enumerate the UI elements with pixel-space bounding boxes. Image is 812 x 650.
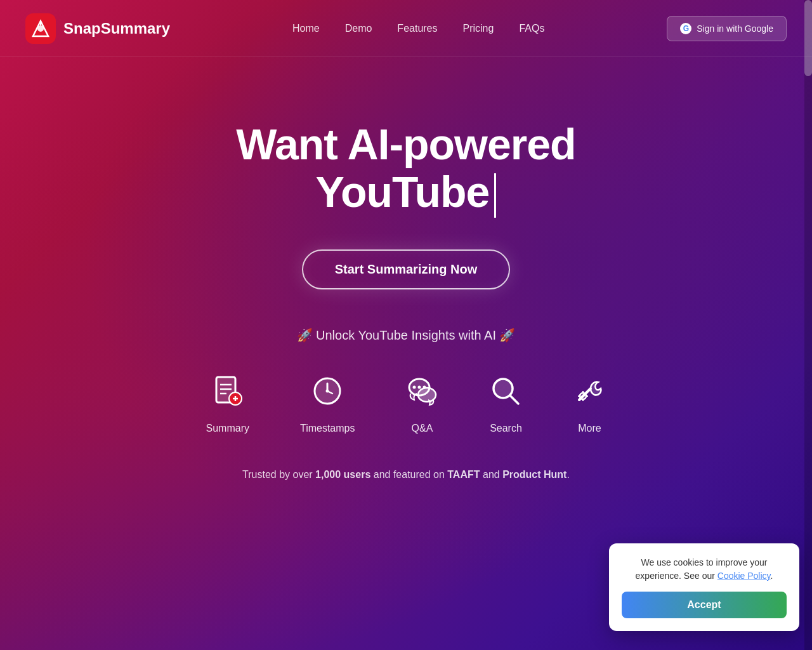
nav-links: Home Demo Features Pricing FAQs [292,23,544,34]
svg-point-16 [418,385,421,388]
svg-point-21 [580,393,586,399]
hero-title: Want AI-powered YouTube [121,121,691,218]
cursor-line [494,173,496,218]
cookie-banner: We use cookies to improve your experienc… [609,543,799,631]
trust-text: Trusted by over 1,000 users and featured… [242,469,570,481]
features-row: Summary Timestamps [206,375,606,434]
more-label: More [578,423,601,434]
scrollbar-thumb[interactable] [804,0,812,76]
navbar: SnapSummary Home Demo Features Pricing F… [0,0,812,57]
search-icon [489,375,522,413]
feature-timestamps: Timestamps [300,375,355,434]
more-icon [573,375,606,413]
svg-point-18 [413,385,416,388]
cookie-accept-button[interactable]: Accept [622,592,787,618]
qa-icon [405,375,438,413]
svg-point-17 [423,385,426,388]
summary-label: Summary [206,423,249,434]
feature-qa: Q&A [405,375,438,434]
logo-link[interactable]: SnapSummary [25,13,170,44]
qa-label: Q&A [412,423,433,434]
nav-faqs[interactable]: FAQs [519,23,544,34]
svg-point-13 [326,389,329,392]
main-content: Want AI-powered YouTube Start Summarizin… [0,57,812,481]
google-icon: G [680,23,691,34]
summary-icon [211,375,244,413]
cookie-message: We use cookies to improve your experienc… [622,556,787,583]
timestamps-label: Timestamps [300,423,355,434]
feature-search: Search [489,375,522,434]
nav-home[interactable]: Home [292,23,320,34]
svg-point-15 [418,388,436,402]
logo-text: SnapSummary [63,20,170,37]
timestamps-icon [311,375,344,413]
sign-in-button[interactable]: G Sign in with Google [667,16,787,41]
logo-svg [30,18,51,39]
sign-in-label: Sign in with Google [697,23,773,34]
nav-pricing[interactable]: Pricing [463,23,494,34]
logo-icon [25,13,56,44]
feature-more: More [573,375,606,434]
nav-features[interactable]: Features [397,23,437,34]
nav-demo[interactable]: Demo [345,23,372,34]
svg-point-1 [37,25,44,32]
feature-summary: Summary [206,375,249,434]
svg-line-20 [510,395,518,404]
cookie-policy-link[interactable]: Cookie Policy [717,571,771,581]
scrollbar[interactable] [804,0,812,650]
cta-button[interactable]: Start Summarizing Now [302,249,510,289]
search-label: Search [490,423,522,434]
hero-subtitle: 🚀 Unlock YouTube Insights with AI 🚀 [297,328,516,343]
